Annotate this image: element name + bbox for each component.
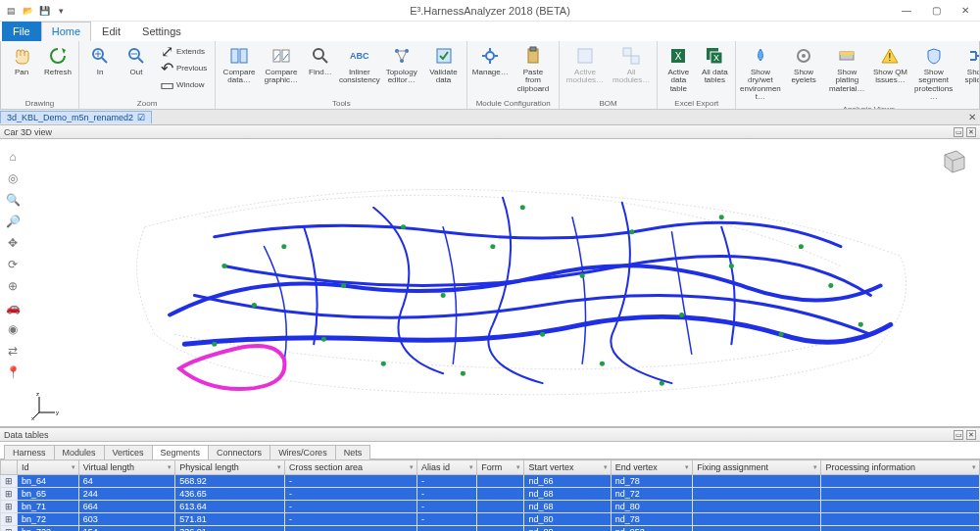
bom-all-button[interactable]: All modules…	[610, 43, 653, 87]
filter-icon[interactable]: ▾	[410, 463, 414, 471]
segprot-button[interactable]: Show segment protections…	[913, 43, 954, 104]
filter-icon[interactable]: ▾	[813, 463, 817, 471]
data-panel-max-icon[interactable]: ▭	[954, 430, 963, 440]
doc-checkbox-icon[interactable]: ☑	[137, 113, 145, 122]
pan-tool-icon[interactable]: ✥	[5, 235, 21, 251]
filter-icon[interactable]: ▾	[604, 463, 608, 471]
find-button[interactable]: Find…	[304, 43, 337, 78]
app-title: E³.HarnessAnalyzer 2018 (BETA)	[410, 5, 570, 17]
zoom-in-tool-icon[interactable]: 🔍	[5, 192, 21, 208]
tab-home[interactable]: Home	[41, 22, 91, 41]
row-expand-icon[interactable]: ⊞	[1, 488, 18, 501]
eye-icon[interactable]: ◉	[5, 321, 21, 337]
document-tab[interactable]: 3d_KBL_Demo_m5n_renamed2 ☑	[0, 111, 152, 123]
close-button[interactable]: ✕	[951, 0, 980, 22]
table-row[interactable]: ⊞bn_65244436.65--nd_68nd_72	[1, 488, 980, 501]
svg-line-5	[138, 58, 143, 63]
3d-scene[interactable]: z y x	[25, 139, 980, 426]
inliner-button[interactable]: ABCInliner consistency	[340, 43, 379, 87]
zoom-out-tool-icon[interactable]: 🔎	[5, 214, 21, 229]
tab-edit[interactable]: Edit	[91, 22, 131, 41]
data-tab-nets[interactable]: Nets	[335, 445, 371, 459]
filter-icon[interactable]: ▾	[685, 463, 689, 471]
eyelets-button[interactable]: Show eyelets	[784, 43, 824, 87]
col-processing-information[interactable]: Processing information▾	[821, 460, 980, 475]
data-tab-vertices[interactable]: Vertices	[104, 445, 153, 459]
filter-icon[interactable]: ▾	[277, 463, 281, 471]
data-tab-connectors[interactable]: Connectors	[208, 445, 270, 459]
qm-button[interactable]: !Show QM issues…	[870, 43, 910, 87]
drywet-button[interactable]: Show dry/wet environment…	[740, 43, 780, 104]
col-form[interactable]: Form▾	[477, 460, 524, 475]
orientation-cube-icon[interactable]	[935, 147, 968, 176]
cell-alias: -	[417, 488, 477, 501]
view3d[interactable]: ⌂ ◎ 🔍 🔎 ✥ ⟳ ⊕ 🚗 ◉ ⇄ 📍	[0, 139, 980, 427]
row-expand-icon[interactable]: ⊞	[1, 513, 18, 526]
qat-open-icon[interactable]: 📂	[21, 4, 34, 18]
panel-maximize-icon[interactable]: ▭	[954, 127, 963, 137]
table-row[interactable]: ⊞bn_71664613.64--nd_68nd_80	[1, 501, 980, 513]
data-panel-close-icon[interactable]: ✕	[966, 430, 976, 440]
tab-settings[interactable]: Settings	[131, 22, 192, 41]
topology-button[interactable]: Topology editor…	[382, 43, 421, 87]
panel-close-icon[interactable]: ✕	[966, 127, 976, 137]
filter-icon[interactable]: ▾	[469, 463, 473, 471]
zoom-extends-button[interactable]: ⤢Extends	[156, 43, 211, 59]
qat-new-icon[interactable]: ▤	[4, 4, 18, 18]
col-end-vertex[interactable]: End vertex▾	[611, 460, 693, 475]
title-bar: ▤ 📂 💾 ▾ E³.HarnessAnalyzer 2018 (BETA) —…	[0, 0, 980, 22]
data-grid[interactable]: Id▾Virtual length▾Physical length▾Cross …	[0, 459, 980, 531]
col-cross-section-area[interactable]: Cross section area▾	[285, 460, 417, 475]
compare-data-button[interactable]: Compare data…	[220, 43, 259, 87]
orbit-icon[interactable]: ◎	[5, 170, 21, 186]
rotate-icon[interactable]: ⟳	[5, 257, 21, 272]
qat-dropdown-icon[interactable]: ▾	[54, 4, 68, 18]
col-physical-length[interactable]: Physical length▾	[175, 460, 285, 475]
compare-graphic-button[interactable]: Compare graphic…	[262, 43, 301, 87]
excel-active-button[interactable]: XActive data table	[662, 43, 695, 95]
filter-icon[interactable]: ▾	[972, 463, 976, 471]
maximize-button[interactable]: ▢	[921, 0, 951, 22]
col-virtual-length[interactable]: Virtual length▾	[78, 460, 175, 475]
paste-button[interactable]: Paste from clipboard	[512, 43, 555, 95]
refresh-button[interactable]: Refresh	[41, 43, 74, 78]
marker-icon[interactable]: 📍	[5, 364, 21, 380]
zoom-out-button[interactable]: Out	[120, 43, 153, 78]
filter-icon[interactable]: ▾	[72, 463, 75, 471]
validate-button[interactable]: Validate data	[424, 43, 464, 87]
close-tabs-icon[interactable]: ✕	[964, 112, 980, 122]
zoom-in-button[interactable]: In	[83, 43, 117, 78]
row-expand-icon[interactable]: ⊞	[1, 475, 18, 488]
data-tab-modules[interactable]: Modules	[54, 445, 105, 459]
zoom-previous-button[interactable]: ↶Previous	[156, 60, 211, 75]
col-fixing-assignment[interactable]: Fixing assignment▾	[693, 460, 821, 475]
row-expand-icon[interactable]: ⊞	[1, 501, 18, 513]
data-tab-harness[interactable]: Harness	[4, 445, 55, 459]
swap-icon[interactable]: ⇄	[5, 343, 21, 359]
pan-button[interactable]: Pan	[5, 43, 38, 78]
plating-button[interactable]: Show plating material…	[827, 43, 867, 95]
target-icon[interactable]: ⊕	[5, 278, 21, 294]
col-id[interactable]: Id▾	[18, 460, 79, 475]
zoom-window-button[interactable]: ▭Window	[156, 76, 211, 92]
col-alias-id[interactable]: Alias id▾	[417, 460, 477, 475]
excel-all-button[interactable]: XAll data tables	[698, 43, 731, 87]
tab-file[interactable]: File	[2, 22, 41, 41]
filter-icon[interactable]: ▾	[168, 463, 172, 471]
data-tab-segments[interactable]: Segments	[152, 445, 210, 459]
manage-button[interactable]: Manage…	[471, 43, 509, 78]
cell-alias: -	[417, 526, 477, 532]
filter-icon[interactable]: ▾	[516, 463, 520, 471]
car-icon[interactable]: 🚗	[5, 300, 21, 315]
row-expand-icon[interactable]: ⊞	[1, 526, 18, 532]
data-tab-wires-cores[interactable]: Wires/Cores	[270, 445, 336, 459]
splices-button[interactable]: Show splices	[956, 43, 980, 87]
col-start-vertex[interactable]: Start vertex▾	[524, 460, 611, 475]
bom-active-button[interactable]: Active modules…	[564, 43, 607, 87]
table-row[interactable]: ⊞bn_72603571.81--nd_80nd_78	[1, 513, 980, 526]
home-icon[interactable]: ⌂	[5, 149, 21, 165]
table-row[interactable]: ⊞bn_722154336.01--nd_88nd_953	[1, 526, 980, 532]
qat-save-icon[interactable]: 💾	[37, 4, 51, 18]
minimize-button[interactable]: —	[892, 0, 921, 22]
table-row[interactable]: ⊞bn_6464568.92--nd_66nd_78	[1, 475, 980, 488]
